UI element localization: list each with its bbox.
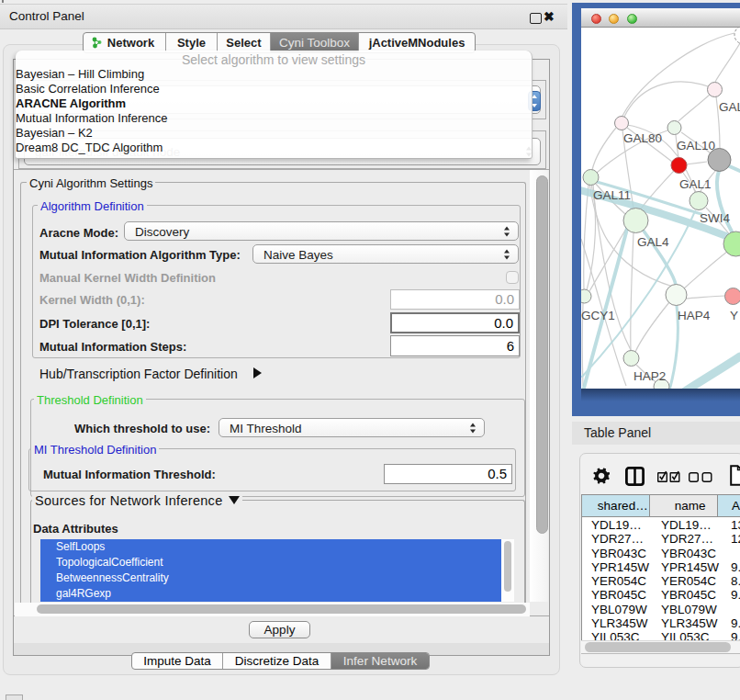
svg-text:GAL80: GAL80 (623, 131, 662, 145)
svg-text:GAL1: GAL1 (679, 177, 712, 191)
svg-text:HAP2: HAP2 (633, 369, 666, 383)
svg-text:GCY1: GCY1 (581, 309, 615, 322)
svg-text:GAL10: GAL10 (677, 139, 715, 152)
svg-text:GAL2: GAL2 (719, 100, 740, 114)
svg-text:GAL11: GAL11 (593, 188, 631, 202)
svg-text:GAL4: GAL4 (637, 235, 669, 249)
svg-text:SWI4: SWI4 (700, 211, 730, 225)
svg-text:Y: Y (730, 309, 738, 322)
svg-text:HAP4: HAP4 (678, 309, 711, 322)
